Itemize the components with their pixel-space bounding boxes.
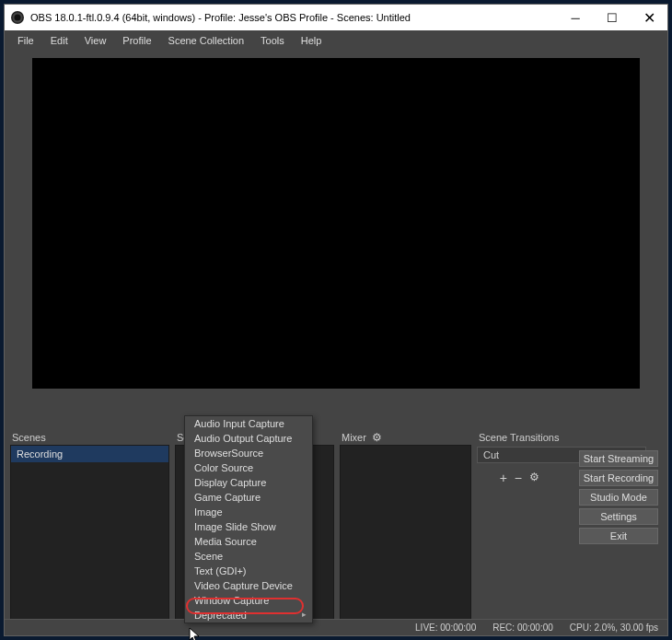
status-live: LIVE: 00:00:00 <box>415 623 476 633</box>
menu-file[interactable]: File <box>10 33 41 48</box>
maximize-button[interactable]: ☐ <box>594 5 631 30</box>
ctx-scene[interactable]: Scene <box>185 549 312 564</box>
ctx-display-capture[interactable]: Display Capture <box>185 475 312 490</box>
mixer-settings-icon[interactable]: ⚙ <box>372 431 382 444</box>
mixer-label: Mixer ⚙ <box>340 430 471 445</box>
ctx-image-slide-show[interactable]: Image Slide Show <box>185 519 312 534</box>
ctx-image[interactable]: Image <box>185 505 312 519</box>
ctx-text-gdi[interactable]: Text (GDI+) <box>185 564 312 578</box>
transition-settings-icon[interactable]: ⚙ <box>529 471 539 485</box>
scene-item[interactable]: Recording <box>11 446 168 462</box>
scenes-list[interactable]: Recording <box>10 445 169 620</box>
remove-transition-button[interactable]: − <box>515 471 522 485</box>
menu-scene-collection[interactable]: Scene Collection <box>161 33 252 48</box>
menu-help[interactable]: Help <box>294 33 330 48</box>
ctx-media-source[interactable]: Media Source <box>185 534 312 549</box>
menu-tools[interactable]: Tools <box>253 33 292 48</box>
titlebar: OBS 18.0.1-ftl.0.9.4 (64bit, windows) - … <box>5 5 667 30</box>
mixer-label-text: Mixer <box>342 432 366 443</box>
mixer-area <box>340 445 471 620</box>
ctx-deprecated[interactable]: Deprecated <box>185 608 312 623</box>
start-recording-button[interactable]: Start Recording <box>579 470 658 486</box>
settings-button[interactable]: Settings <box>579 508 658 525</box>
add-transition-button[interactable]: + <box>500 471 507 485</box>
ctx-browser-source[interactable]: BrowserSource <box>185 446 312 460</box>
ctx-color-source[interactable]: Color Source <box>185 460 312 475</box>
preview-canvas[interactable] <box>32 58 640 389</box>
studio-mode-button[interactable]: Studio Mode <box>579 489 658 506</box>
close-button[interactable]: ✕ <box>631 5 667 30</box>
app-window: OBS 18.0.1-ftl.0.9.4 (64bit, windows) - … <box>4 4 668 636</box>
menubar: File Edit View Profile Scene Collection … <box>5 30 667 51</box>
window-title: OBS 18.0.1-ftl.0.9.4 (64bit, windows) - … <box>30 12 557 23</box>
menu-view[interactable]: View <box>77 33 114 48</box>
ctx-audio-output-capture[interactable]: Audio Output Capture <box>185 431 312 446</box>
ctx-game-capture[interactable]: Game Capture <box>185 490 312 505</box>
obs-logo-icon <box>10 10 25 25</box>
statusbar: LIVE: 00:00:00 REC: 00:00:00 CPU: 2.0%, … <box>5 619 667 635</box>
status-cpu: CPU: 2.0%, 30.00 fps <box>570 623 658 633</box>
menu-profile[interactable]: Profile <box>115 33 158 48</box>
svg-point-2 <box>15 15 21 21</box>
exit-button[interactable]: Exit <box>579 528 658 544</box>
status-rec: REC: 00:00:00 <box>492 623 553 633</box>
ctx-audio-input-capture[interactable]: Audio Input Capture <box>185 416 312 431</box>
ctx-window-capture[interactable]: Window Capture <box>185 593 312 608</box>
scenes-label: Scenes <box>10 430 169 445</box>
menu-edit[interactable]: Edit <box>43 33 75 48</box>
ctx-video-capture-device[interactable]: Video Capture Device <box>185 578 312 593</box>
transition-selected: Cut <box>483 449 499 460</box>
add-source-context-menu: Audio Input Capture Audio Output Capture… <box>184 415 313 623</box>
transitions-label: Scene Transitions <box>477 430 646 445</box>
minimize-button[interactable]: ─ <box>557 5 594 30</box>
start-streaming-button[interactable]: Start Streaming <box>579 450 658 467</box>
